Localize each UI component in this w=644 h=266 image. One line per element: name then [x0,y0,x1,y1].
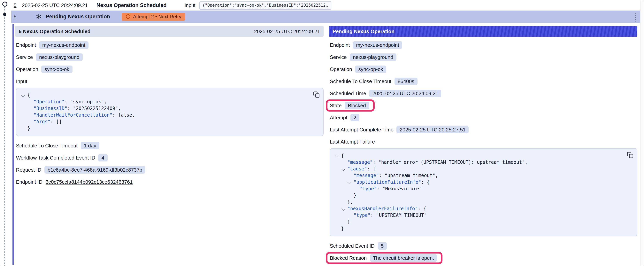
retry-icon [126,14,131,19]
event-title: Nexus Operation Scheduled [96,3,167,9]
field-group: Operationsync-op-ok [16,65,72,73]
expanded-row-accent-bar [12,24,14,265]
json-token: "upstream timeout" [384,173,435,178]
json-token: [] [56,119,62,124]
field-value-badge: sync-op-ok [41,65,72,73]
event-row-nexus-operation-scheduled[interactable]: 5 2025-02-25 UTC 20:24:09.21 Nexus Opera… [11,1,640,10]
field-group: Servicenexus-playground [16,53,82,61]
field-label: Schedule To Close Timeout [16,143,78,148]
json-line: "message": "upstream timeout", [334,172,622,179]
field-row: Operationsync-op-ok [330,65,637,73]
json-token: : [64,99,70,105]
field-group: Servicenexus-playground [330,53,396,61]
field-row: Last Attempt Complete Time2025-02-25 UTC… [330,125,637,134]
field-value-badge: my-nexus-endpoint [353,41,402,49]
json-token: : [379,173,384,178]
json-token: { [373,166,376,172]
event-id-link[interactable]: 5 [14,3,16,9]
pending-row-title: Pending Nexus Operation [46,14,110,20]
field-label: Attempt [330,114,347,120]
field-group: Schedule To Close Timeout1 day [16,142,100,149]
field-label: State [330,102,342,108]
json-token: : [367,166,373,172]
json-token: , [435,173,438,178]
field-label: Workflow Task Completed Event ID [16,155,95,160]
collapse-chevron-icon[interactable] [348,180,352,184]
field-label: Endpoint [330,42,350,48]
pending-nexus-operation-row[interactable]: 5 Pending Nexus Operation [11,10,640,23]
asterisk-icon [36,14,42,20]
json-token: "type" [354,212,370,218]
json-token: "message" [347,159,373,165]
copy-icon[interactable] [626,152,634,159]
json-line: "Operation": "sync-op-ok", [20,99,308,105]
json-token: , [132,112,135,118]
copy-icon[interactable] [313,91,320,98]
input-preview-text: {"Operation":"sync-op-ok","BusinessID":"… [202,3,328,8]
json-token: : [373,159,378,165]
pending-panel-body: Endpointmy-nexus-endpointServicenexus-pl… [329,37,637,262]
field-row: Request IDb1c6a4bc-8ee7-468a-9169-df3b02… [16,165,324,174]
input-preview-chip[interactable]: {"Operation":"sync-op-ok","BusinessID":"… [199,1,331,10]
json-token: } [354,193,356,198]
json-token: : [370,212,376,218]
scheduled-panel-header: 5 Nexus Operation Scheduled 2025-02-25 U… [15,26,324,37]
pending-operation-detail-panel: Pending Nexus Operation Endpointmy-nexus… [329,26,637,265]
scheduled-event-detail-panel: 5 Nexus Operation Scheduled 2025-02-25 U… [15,26,324,190]
field-value-badge: The circuit breaker is open. [370,254,437,261]
json-token: { [27,92,30,98]
json-token: : [377,186,382,191]
collapse-chevron-icon[interactable] [335,154,339,158]
scheduled-panel-body: Endpointmy-nexus-endpointServicenexus-pl… [15,37,324,186]
field-row: Servicenexus-playground [330,53,637,61]
field-label: Operation [330,66,352,72]
field-row: Scheduled Time2025-02-25 UTC 20:24:09.21 [330,89,637,98]
scale-wrapper: 5 2025-02-25 UTC 20:24:09.21 Nexus Opera… [0,0,644,266]
field-group: Workflow Task Completed Event ID4 [16,154,108,161]
field-label: Blocked Reason [330,255,367,261]
field-group: Schedule To Close Timeout86400s [330,77,417,85]
field-label: Service [330,54,347,60]
json-token: "20250225122409" [73,106,118,111]
scheduled-fields-bottom: Schedule To Close Timeout1 dayWorkflow T… [16,141,324,186]
json-line: } [334,225,622,232]
field-label: Request ID [16,167,41,173]
field-row: Attempt2 [330,113,637,122]
json-token: : [50,119,56,124]
failure-section-label: Last Attempt Failure [330,137,637,146]
pending-row-id-link[interactable]: 5 [14,14,16,20]
pending-fields-bottom: Scheduled Event ID5Blocked ReasonThe cir… [330,241,637,262]
json-token: "Args" [34,119,50,124]
field-value-badge: nexus-playground [350,53,396,61]
scheduled-fields-top: Endpointmy-nexus-endpointServicenexus-pl… [16,41,324,73]
json-line: "HandlerWaitForCancellation": false, [20,112,308,119]
collapse-chevron-icon[interactable] [341,167,345,171]
vertical-scrollbar[interactable] [640,1,644,265]
field-group: Endpointmy-nexus-endpoint [16,41,88,49]
scheduled-panel-title: 5 Nexus Operation Scheduled [19,29,90,34]
field-label: Endpoint [16,42,36,48]
temporal-event-history-screen: 5 2025-02-25 UTC 20:24:09.21 Nexus Opera… [0,0,644,266]
json-line: { [334,152,622,159]
json-token: : [421,179,427,185]
json-token: "handler error (UPSTREAM_TIMEOUT): upstr… [378,159,525,165]
timeline-start-icon [2,2,8,7]
field-value-badge: 2 [350,114,360,121]
field-label: Schedule To Close Timeout [330,78,392,84]
field-value-badge: 86400s [394,77,417,85]
json-line: } [334,219,622,225]
retry-attempt-badge: Attempt 2 • Next Retry [122,13,185,21]
annotation-highlight-box: Blocked ReasonThe circuit breaker is ope… [326,252,443,264]
field-value-link[interactable]: 3c0c75ccfa8144b092c13ce632463761 [46,179,133,185]
row-drag-handle[interactable] [635,13,636,22]
field-row: Endpointmy-nexus-endpoint [16,41,324,49]
event-timestamp: 2025-02-25 UTC 20:24:09.21 [22,3,88,9]
field-value-badge: nexus-playground [36,53,83,61]
json-line: }, [334,199,622,205]
json-token: "applicationFailureInfo" [354,179,421,185]
field-row: Blocked ReasonThe circuit breaker is ope… [330,253,637,262]
collapse-chevron-icon[interactable] [21,93,25,97]
json-token: "Operation" [34,99,64,105]
collapse-chevron-icon[interactable] [341,207,345,211]
retry-badge-text: Attempt 2 • Next Retry [133,14,182,20]
